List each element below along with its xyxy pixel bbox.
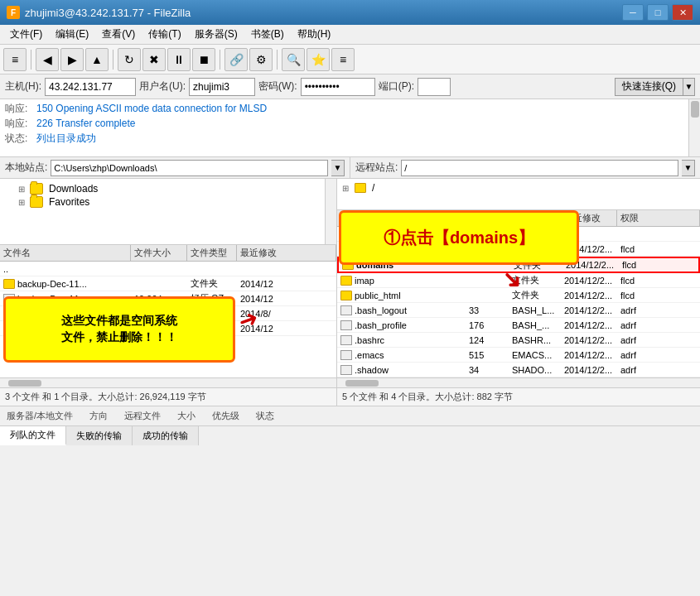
right-cell-perm-6: adrf bbox=[617, 320, 700, 330]
right-cell-name-7: .bashrc bbox=[337, 335, 466, 345]
right-cell-perm-8: adrf bbox=[617, 350, 700, 360]
left-col-date: 最近修改 bbox=[237, 245, 336, 261]
tb-next-button[interactable]: ▶ bbox=[60, 48, 84, 71]
left-file-row-0[interactable]: .. bbox=[0, 262, 336, 276]
left-col-size: 文件大小 bbox=[131, 245, 187, 261]
tb-sep-3 bbox=[220, 50, 220, 70]
log-label-0: 响应: bbox=[5, 101, 30, 116]
remote-tree-item-root[interactable]: ⊞ / bbox=[342, 182, 695, 194]
expand-icon-downloads: ⊞ bbox=[18, 185, 25, 194]
port-label: 端口(P): bbox=[379, 79, 414, 94]
remote-path-dropdown[interactable]: ▼ bbox=[682, 160, 695, 176]
right-cell-perm-1: flcd bbox=[617, 244, 700, 254]
right-file-row-9[interactable]: .shadow 34 SHADO... 2014/12/2... adrf bbox=[337, 363, 700, 377]
file-icon-shadow bbox=[340, 365, 352, 375]
quick-connect-button[interactable]: 快速连接(Q) bbox=[615, 78, 683, 96]
quick-connect-arrow[interactable]: ▼ bbox=[683, 78, 695, 96]
tb-stop-button[interactable]: ⏹ bbox=[192, 48, 215, 71]
right-cell-type-8: EMACS... bbox=[509, 350, 561, 360]
tb-up-button[interactable]: ▲ bbox=[85, 48, 109, 71]
folder-icon-imap bbox=[340, 276, 352, 286]
right-hscroll[interactable] bbox=[337, 377, 700, 387]
log-entry-2: 状态: 列出目录成功 bbox=[5, 131, 695, 146]
remote-tree-label-root: / bbox=[372, 182, 374, 194]
maximize-button[interactable]: □ bbox=[647, 4, 669, 21]
minimize-button[interactable]: ─ bbox=[622, 4, 644, 21]
right-file-row-7[interactable]: .bashrc 124 BASHR... 2014/12/2... adrf bbox=[337, 333, 700, 348]
left-hscroll[interactable] bbox=[0, 377, 336, 387]
host-label: 主机(H): bbox=[5, 79, 41, 94]
local-path-dropdown[interactable]: ▼ bbox=[331, 160, 345, 176]
left-file-row-1[interactable]: backup-Dec-11... 文件夹 2014/12 bbox=[0, 276, 336, 291]
menu-transfer[interactable]: 传输(T) bbox=[142, 26, 187, 43]
right-cell-name-9: .shadow bbox=[337, 365, 466, 375]
transfer-col-0: 服务器/本地文件 bbox=[7, 410, 73, 422]
tab-queued[interactable]: 列队的文件 bbox=[0, 426, 66, 445]
tb-settings-button[interactable]: ⚙ bbox=[249, 48, 273, 71]
bottom-tabs: 列队的文件 失败的传输 成功的传输 bbox=[0, 425, 700, 445]
tb-sep-2 bbox=[113, 50, 113, 70]
right-file-row-4[interactable]: public_html 文件夹 2014/12/2... flcd bbox=[337, 288, 700, 303]
transfer-col-3: 大小 bbox=[177, 410, 196, 422]
log-entry-0: 响应: 150 Opening ASCII mode data connecti… bbox=[5, 101, 695, 116]
transfer-bar: 服务器/本地文件 方向 远程文件 大小 优先级 状态 bbox=[0, 406, 700, 425]
file-icon-emacs bbox=[340, 350, 352, 360]
tree-item-downloads[interactable]: ⊞ Downloads bbox=[2, 182, 335, 195]
title-left: F zhujimi3@43.242.131.77 - FileZilla bbox=[7, 6, 191, 19]
right-cell-name-3: imap bbox=[337, 276, 466, 286]
right-file-row-8[interactable]: .emacs 515 EMACS... 2014/12/2... adrf bbox=[337, 348, 700, 363]
log-scrollbar[interactable] bbox=[688, 99, 700, 156]
tb-list-button[interactable]: ≡ bbox=[331, 48, 355, 71]
pass-label: 密码(W): bbox=[258, 79, 297, 94]
right-cell-date-6: 2014/12/2... bbox=[561, 320, 617, 330]
right-file-row-5[interactable]: .bash_logout 33 BASH_L... 2014/12/2... a… bbox=[337, 303, 700, 318]
close-button[interactable]: ✕ bbox=[672, 4, 693, 21]
tb-sep-4 bbox=[277, 50, 278, 70]
right-cell-size-7: 124 bbox=[466, 335, 509, 345]
left-tree: ⊞ Downloads ⊞ Favorites bbox=[0, 179, 336, 245]
pass-input[interactable] bbox=[301, 78, 375, 96]
log-label-1: 响应: bbox=[5, 116, 30, 131]
log-area: 响应: 150 Opening ASCII mode data connecti… bbox=[0, 99, 700, 157]
toolbar: ≡ ◀ ▶ ▲ ↻ ✖ ⏸ ⏹ 🔗 ⚙ 🔍 ⭐ ≡ bbox=[0, 45, 700, 74]
right-cell-type-4: 文件夹 bbox=[509, 289, 561, 301]
tb-cancel-button[interactable]: ✖ bbox=[142, 48, 166, 71]
right-cell-date-4: 2014/12/2... bbox=[561, 291, 617, 300]
tb-search-button[interactable]: 🔍 bbox=[282, 48, 305, 71]
port-input[interactable] bbox=[418, 78, 451, 96]
menu-bookmarks[interactable]: 书签(B) bbox=[244, 26, 291, 43]
menu-edit[interactable]: 编辑(E) bbox=[49, 26, 95, 43]
annotation-warning: 这些文件都是空间系统 文件，禁止删除！！！ bbox=[3, 296, 235, 363]
left-cell-type-1: 文件夹 bbox=[187, 277, 237, 290]
tab-success[interactable]: 成功的传输 bbox=[133, 426, 199, 445]
right-cell-date-8: 2014/12/2... bbox=[561, 350, 617, 360]
tb-connect-button[interactable]: 🔗 bbox=[224, 48, 248, 71]
tree-item-favorites[interactable]: ⊞ Favorites bbox=[2, 195, 335, 209]
file-panels: ⊞ Downloads ⊞ Favorites 文件名 文件大小 文件类型 最近… bbox=[0, 179, 700, 387]
tb-bookmark-button[interactable]: ⭐ bbox=[307, 48, 330, 71]
left-cell-name-0: .. bbox=[0, 264, 131, 274]
status-bars: 3 个文件 和 1 个目录。大小总计: 26,924,119 字节 5 个文件 … bbox=[0, 387, 700, 406]
tb-btn-0[interactable]: ≡ bbox=[3, 48, 27, 71]
remote-path-input[interactable] bbox=[401, 160, 678, 176]
left-status: 3 个文件 和 1 个目录。大小总计: 26,924,119 字节 bbox=[0, 388, 337, 406]
right-cell-type-9: SHADO... bbox=[509, 365, 561, 375]
user-input[interactable] bbox=[189, 78, 255, 96]
tb-pause-button[interactable]: ⏸ bbox=[167, 48, 191, 71]
menu-help[interactable]: 帮助(H) bbox=[291, 26, 338, 43]
file-icon-bash-logout bbox=[340, 305, 352, 315]
tb-refresh-button[interactable]: ↻ bbox=[118, 48, 141, 71]
local-path-input[interactable] bbox=[51, 160, 328, 176]
tree-vscroll[interactable] bbox=[325, 179, 336, 244]
menu-server[interactable]: 服务器(S) bbox=[188, 26, 244, 43]
local-loc-label: 本地站点: bbox=[5, 161, 47, 175]
left-col-type: 文件类型 bbox=[187, 245, 237, 261]
host-input[interactable] bbox=[45, 78, 136, 96]
right-file-row-6[interactable]: .bash_profile 176 BASH_... 2014/12/2... … bbox=[337, 318, 700, 333]
menu-view[interactable]: 查看(V) bbox=[95, 26, 142, 43]
right-hscroll-thumb bbox=[345, 380, 379, 387]
tb-prev-button[interactable]: ◀ bbox=[36, 48, 59, 71]
menu-file[interactable]: 文件(F) bbox=[3, 26, 49, 43]
tab-failed[interactable]: 失败的传输 bbox=[66, 426, 133, 445]
log-msg-0: 150 Opening ASCII mode data connection f… bbox=[36, 101, 267, 116]
